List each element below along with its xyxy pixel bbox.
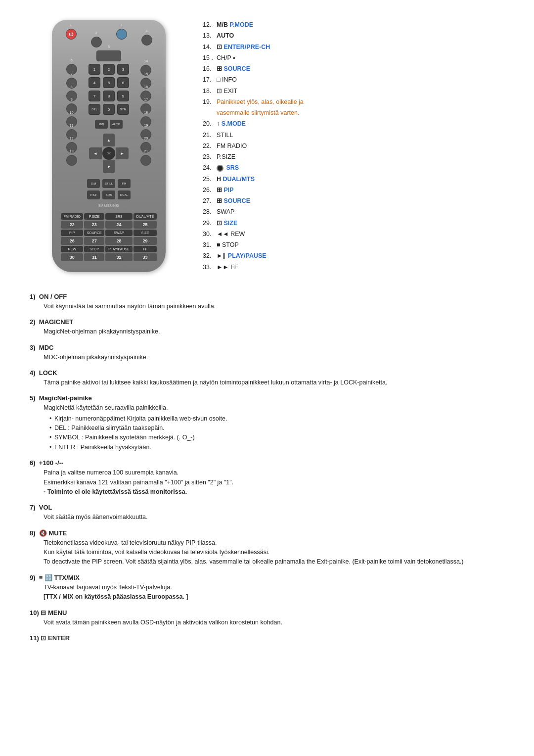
btn-srs[interactable]: SRS bbox=[102, 190, 115, 199]
btn-27[interactable]: 27 bbox=[84, 237, 104, 245]
btn-30[interactable]: 30 bbox=[61, 253, 83, 261]
desc-1-num: 1) bbox=[30, 293, 39, 300]
brand-label: SAMSUNG bbox=[98, 204, 119, 207]
label-31: 31. ■ STOP bbox=[203, 240, 504, 250]
btn-26[interactable]: 26 bbox=[61, 237, 83, 245]
desc-10-title: 10) ⊟ MENU bbox=[30, 609, 504, 616]
top-section: ⏻ 1 2 3 bbox=[30, 15, 504, 273]
btn-31[interactable]: 31 bbox=[84, 253, 104, 261]
desc-11-num: 11) bbox=[30, 634, 41, 642]
page-container: ⏻ 1 2 3 bbox=[30, 15, 504, 649]
label-19: 19. Painikkeet ylös, alas, oikealle ja bbox=[203, 97, 504, 107]
desc-8: 8) 🔇 MUTE Tietokonetilassa videokuva- ta… bbox=[30, 529, 504, 567]
num-btn-6[interactable]: 6 bbox=[117, 77, 129, 88]
btn-mid-1[interactable]: M/B bbox=[95, 120, 108, 129]
btn-15-label: 15 bbox=[144, 72, 148, 76]
label-21: 21. STILL bbox=[203, 130, 504, 141]
desc-5: 5) MagicNet-painike MagicNetiä käytetään… bbox=[30, 394, 504, 452]
btn-33[interactable]: 33 bbox=[134, 253, 157, 261]
desc-9-bold: [TTX / MIX on käytössä pääasiassa Euroop… bbox=[44, 592, 504, 602]
desc-5-bullets: Kirjain- numeronäppäimet Kirjoita painik… bbox=[49, 414, 504, 453]
btn-1[interactable]: ⏻ 1 bbox=[66, 29, 77, 40]
btn-16-label: 16 bbox=[144, 85, 148, 89]
btn-12-label: 12 bbox=[70, 137, 74, 140]
dpad-left[interactable]: ◄ bbox=[89, 147, 102, 159]
btn-4[interactable]: 4 bbox=[141, 35, 152, 46]
btn-10-label: 10 bbox=[70, 111, 74, 114]
label-ff: FF bbox=[134, 246, 157, 252]
desc-6-bold: - Toiminto ei ole käytettävissä tässä mo… bbox=[44, 487, 504, 497]
btn-8-label: 8 bbox=[71, 85, 73, 89]
desc-11-title: 11) ⊡ ENTER bbox=[30, 634, 504, 642]
desc-7-text: Voit säätää myös äänenvoimakkuutta. bbox=[44, 513, 504, 522]
num-btn-5[interactable]: 5 bbox=[103, 77, 115, 88]
num-btn-7[interactable]: 7 bbox=[89, 91, 100, 101]
btn-1-label: 1 bbox=[70, 23, 72, 27]
btn-5[interactable]: 5 bbox=[96, 50, 121, 61]
btn-22[interactable]: 22 bbox=[61, 221, 83, 229]
desc-5-bullet-2: DEL : Painikkeella siirrytään taaksepäin… bbox=[49, 424, 504, 433]
num-btn-4[interactable]: 4 bbox=[89, 77, 100, 88]
dpad-center[interactable]: OK bbox=[102, 147, 115, 160]
desc-4-title: 4) LOCK bbox=[30, 369, 504, 377]
desc-3-text: MDC-ohjelman pikakäynnistyspainike. bbox=[44, 353, 504, 362]
label-14: 14. ⊡ ENTER/PRE-CH bbox=[203, 42, 504, 52]
btn-23[interactable]: 23 bbox=[84, 221, 104, 229]
dpad-up[interactable]: ▲ bbox=[103, 134, 115, 146]
btn-3[interactable]: 3 bbox=[116, 29, 127, 40]
btn-24[interactable]: 24 bbox=[105, 221, 133, 229]
label-19b: vasemmalle siirtymistä varten. bbox=[203, 108, 504, 118]
btn-28[interactable]: 28 bbox=[105, 237, 133, 245]
desc-2: 2) MAGICNET MagicNet-ohjelman pikakäynni… bbox=[30, 318, 504, 336]
btn-13[interactable]: 13 bbox=[66, 155, 77, 166]
desc-3: 3) MDC MDC-ohjelman pikakäynnistyspainik… bbox=[30, 344, 504, 362]
label-playpause: PLAY/PAUSE bbox=[105, 246, 133, 252]
btn-21[interactable]: 21 bbox=[140, 155, 151, 166]
btn-29[interactable]: 29 bbox=[134, 237, 157, 245]
btn-18-label: 18 bbox=[144, 111, 148, 114]
dpad-down[interactable]: ▼ bbox=[103, 160, 115, 173]
btn-fm[interactable]: FM bbox=[118, 179, 131, 188]
btn-25[interactable]: 25 bbox=[134, 221, 157, 229]
btn-9-label: 9 bbox=[71, 98, 73, 101]
desc-4-num: 4) bbox=[30, 369, 39, 377]
num-btn-3[interactable]: 3 bbox=[117, 64, 129, 75]
desc-6-line2: Esimerkiksi kanava 121 valitaan painamal… bbox=[44, 478, 504, 487]
desc-5-bullet-1: Kirjain- numeronäppäimet Kirjoita painik… bbox=[49, 414, 504, 424]
btn-17-label: 17 bbox=[144, 98, 148, 101]
num-btn-1[interactable]: 1 bbox=[89, 64, 100, 75]
label-size: SIZE bbox=[134, 230, 157, 236]
desc-3-title: 3) MDC bbox=[30, 344, 504, 351]
desc-5-text: MagicNetiä käytetään seuraavilla painikk… bbox=[44, 403, 504, 413]
label-dual: DUAL/MTS bbox=[134, 213, 157, 220]
num-btn-sym[interactable]: SYM bbox=[117, 104, 129, 115]
desc-5-bullet-4: ENTER : Painikkeella hyväksytään. bbox=[49, 443, 504, 452]
desc-1: 1) ON / OFF Voit käynnistää tai sammutta… bbox=[30, 293, 504, 311]
num-btn-9[interactable]: 9 bbox=[117, 91, 129, 101]
btn-mid-2[interactable]: AUTO bbox=[110, 120, 123, 129]
num-btn-2[interactable]: 2 bbox=[103, 64, 115, 75]
label-26: 26. ⊞ PIP bbox=[203, 185, 504, 195]
desc-5-num: 5) bbox=[30, 394, 39, 402]
num-btn-0[interactable]: 0 bbox=[103, 104, 115, 115]
label-25: 25. H DUAL/MTS bbox=[203, 174, 504, 185]
dpad-right[interactable]: ► bbox=[116, 147, 129, 159]
btn-psize[interactable]: P.SZ bbox=[87, 190, 100, 199]
desc-9-num: 9) bbox=[30, 574, 39, 581]
label-20: 20. ↑ S.MODE bbox=[203, 119, 504, 129]
btn-7-label: 7 bbox=[71, 72, 73, 76]
num-btn-del[interactable]: DEL bbox=[89, 104, 100, 115]
btn-13-label: 13 bbox=[70, 149, 74, 153]
btn-32[interactable]: 32 bbox=[105, 253, 133, 261]
desc-10: 10) ⊟ MENU Voit avata tämän painikkeen a… bbox=[30, 609, 504, 627]
label-fm-radio: FM RADIO bbox=[61, 213, 83, 220]
btn-2[interactable]: 2 bbox=[91, 37, 102, 47]
desc-2-text: MagicNet-ohjelman pikakäynnistyspainike. bbox=[44, 327, 504, 336]
btn-dual[interactable]: DUAL bbox=[118, 190, 131, 199]
desc-2-title: 2) MAGICNET bbox=[30, 318, 504, 326]
desc-2-num: 2) bbox=[30, 318, 39, 326]
num-btn-8[interactable]: 8 bbox=[103, 91, 115, 101]
btn-still[interactable]: STILL bbox=[102, 179, 115, 188]
btn-smode[interactable]: S.M bbox=[87, 179, 100, 188]
label-source: SOURCE bbox=[84, 230, 104, 236]
